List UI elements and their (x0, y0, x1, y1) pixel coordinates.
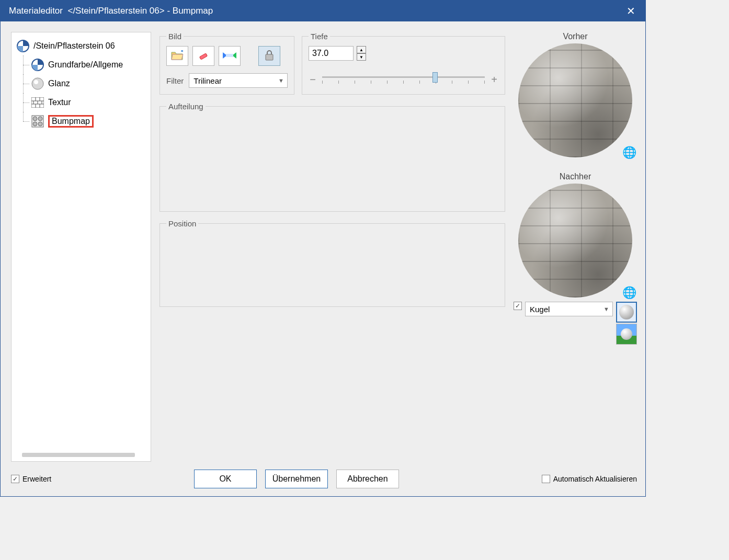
svg-rect-20 (226, 54, 233, 57)
settings-panel: Bild (160, 32, 505, 462)
preview-before-sphere (518, 43, 632, 157)
preview-mode-sphere[interactable] (616, 302, 637, 323)
preview-mode-environment[interactable] (616, 324, 637, 345)
group-position: Position (160, 219, 505, 307)
slider-track (322, 76, 485, 78)
swap-arrows-icon (223, 51, 236, 62)
group-bild-legend: Bild (166, 32, 184, 41)
globe-icon: 🌐 (622, 286, 636, 299)
erweitert-label: Erweitert (22, 475, 51, 483)
svg-point-15 (33, 117, 37, 121)
tiefe-step-up[interactable]: ▲ (357, 46, 366, 53)
auto-update-checkbox[interactable] (542, 475, 550, 483)
cancel-button-label: Abbrechen (347, 474, 388, 484)
tree-root[interactable]: /Stein/Pflasterstein 06 (12, 37, 151, 55)
lock-toggle[interactable] (258, 46, 280, 66)
tree-item-label: Textur (48, 98, 71, 107)
group-aufteilung-legend: Aufteilung (166, 102, 206, 111)
auto-update-label: Automatisch Aktualisieren (553, 475, 637, 483)
titlebar-section: Bumpmap (173, 6, 213, 16)
apply-button-label: Übernehmen (272, 474, 321, 484)
svg-point-2 (32, 78, 43, 89)
filter-label: Filter (166, 76, 184, 85)
svg-point-18 (38, 122, 42, 126)
swap-button[interactable] (219, 46, 241, 66)
titlebar-app: Materialeditor (9, 6, 63, 16)
tiefe-input[interactable]: 37.0 (309, 46, 354, 61)
preview-after-globe-button[interactable]: 🌐 (622, 286, 636, 300)
environment-icon (617, 324, 636, 344)
piechart-icon (16, 39, 30, 53)
close-button[interactable]: ✕ (620, 1, 641, 21)
titlebar-path: </Stein/Pflasterstein 06> (67, 6, 164, 16)
titlebar-sep (63, 6, 67, 16)
tree-item-label: Glanz (48, 79, 70, 88)
open-file-button[interactable] (166, 46, 188, 66)
caret-down-icon: ▼ (359, 55, 363, 60)
brick-icon (30, 95, 45, 110)
filter-dropdown[interactable]: Trilinear ▼ (189, 73, 288, 88)
svg-rect-21 (266, 54, 273, 60)
preview-shape-checkbox[interactable] (514, 302, 522, 310)
tree-horizontal-scrollbar[interactable] (22, 453, 135, 457)
svg-point-17 (33, 122, 37, 126)
chevron-down-icon: ▼ (278, 77, 284, 84)
svg-rect-19 (199, 53, 207, 59)
tree-item-label: Grundfarbe/Allgeme (48, 60, 123, 70)
apply-button[interactable]: Übernehmen (265, 470, 328, 488)
tree-item-textur[interactable]: Textur (12, 93, 151, 112)
group-aufteilung: Aufteilung (160, 102, 505, 212)
slider-ticks (322, 81, 485, 84)
tiefe-slider[interactable] (322, 72, 485, 87)
piechart-icon (30, 58, 45, 72)
slider-increase[interactable]: + (490, 74, 498, 86)
svg-point-3 (34, 80, 38, 84)
svg-point-16 (38, 117, 42, 121)
ok-button[interactable]: OK (194, 470, 257, 488)
preview-after-sphere (518, 184, 632, 298)
close-icon: ✕ (627, 5, 635, 17)
preview-before-globe-button[interactable]: 🌐 (622, 146, 636, 159)
tiefe-step-down[interactable]: ▼ (357, 53, 366, 61)
erase-button[interactable] (192, 46, 214, 66)
sphere-icon (619, 305, 634, 319)
preview-shape-dropdown[interactable]: Kugel ▼ (525, 302, 613, 316)
tiefe-value: 37.0 (312, 49, 328, 58)
preview-panel: Vorher 🌐 Nachher 🌐 (514, 32, 637, 462)
material-editor-dialog: Materialeditor </Stein/Pflasterstein 06>… (0, 0, 646, 497)
cancel-button[interactable]: Abbrechen (336, 470, 399, 488)
group-position-legend: Position (166, 219, 198, 228)
lock-icon (265, 50, 274, 62)
tiefe-spinner: ▲ ▼ (357, 46, 366, 61)
tree-item-label: Bumpmap (48, 115, 94, 128)
tree-item-grundfarbe[interactable]: Grundfarbe/Allgeme (12, 55, 151, 74)
preview-shape-value: Kugel (530, 305, 550, 314)
group-tiefe-legend: Tiefe (309, 32, 330, 41)
preview-before-label: Vorher (563, 32, 587, 41)
ok-button-label: OK (219, 474, 231, 484)
titlebar-sep2: - (165, 6, 173, 16)
titlebar: Materialeditor </Stein/Pflasterstein 06>… (1, 1, 645, 21)
filter-value: Trilinear (193, 76, 222, 85)
tree-root-label: /Stein/Pflasterstein 06 (33, 41, 115, 51)
group-bild: Bild (160, 32, 294, 95)
sphere-icon (30, 76, 45, 91)
preview-after-label: Nachher (560, 172, 591, 181)
globe-icon: 🌐 (622, 146, 636, 159)
erweitert-checkbox[interactable] (11, 475, 19, 483)
eraser-icon (198, 50, 209, 63)
caret-up-icon: ▲ (359, 48, 363, 52)
material-tree: /Stein/Pflasterstein 06 Grundfarbe/Allge… (11, 32, 151, 462)
tree-item-bumpmap[interactable]: Bumpmap (12, 112, 151, 131)
folder-open-icon (171, 50, 184, 62)
slider-thumb[interactable] (432, 72, 438, 83)
tree-item-glanz[interactable]: Glanz (12, 74, 151, 93)
slider-decrease[interactable]: − (309, 74, 317, 86)
dialog-footer: Erweitert OK Übernehmen Abbrechen Automa… (1, 467, 645, 496)
bumpmap-icon (30, 114, 45, 129)
chevron-down-icon: ▼ (603, 306, 609, 312)
group-tiefe: Tiefe 37.0 ▲ ▼ − (302, 32, 505, 95)
